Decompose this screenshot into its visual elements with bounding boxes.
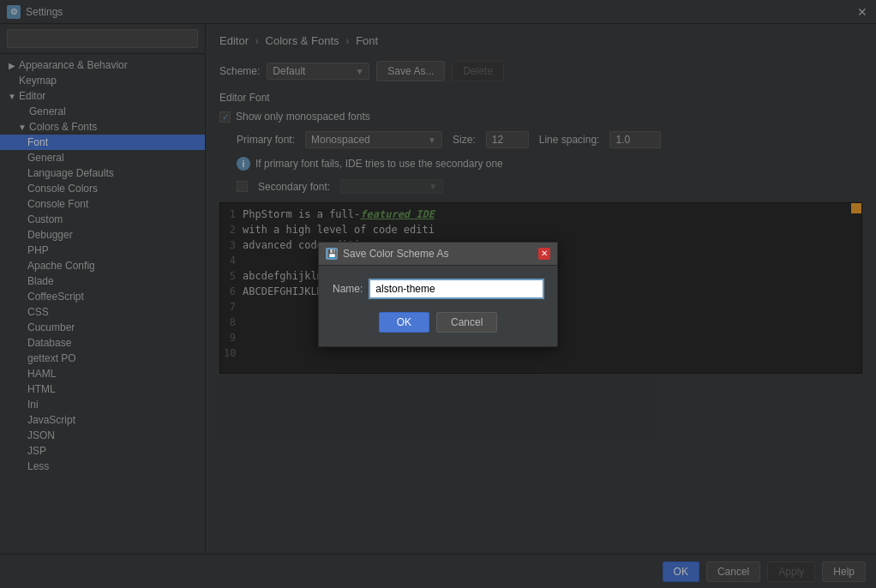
dialog-name-row: Name: xyxy=(333,279,543,298)
dialog-icon: 💾 xyxy=(326,248,338,260)
dialog-cancel-button[interactable]: Cancel xyxy=(436,312,497,333)
dialog-name-label: Name: xyxy=(333,283,363,295)
dialog-name-input[interactable] xyxy=(369,279,543,298)
dialog-buttons: OK Cancel xyxy=(333,312,543,333)
save-color-scheme-dialog: 💾 Save Color Scheme As ✕ Name: OK Cancel xyxy=(318,242,558,347)
dialog-overlay: 💾 Save Color Scheme As ✕ Name: OK Cancel xyxy=(0,0,876,588)
dialog-title-bar: 💾 Save Color Scheme As ✕ xyxy=(319,243,557,266)
dialog-title: Save Color Scheme As xyxy=(343,248,533,260)
dialog-ok-button[interactable]: OK xyxy=(379,312,429,333)
dialog-close-button[interactable]: ✕ xyxy=(538,248,550,260)
dialog-body: Name: OK Cancel xyxy=(319,266,557,346)
